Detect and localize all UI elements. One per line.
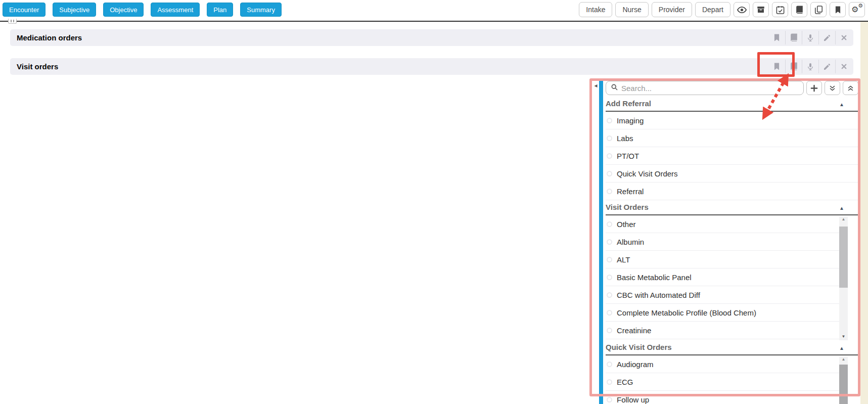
order-item-pt-ot[interactable]: PT/OT bbox=[606, 147, 858, 165]
right-edge-strip bbox=[860, 22, 868, 404]
scroll-down-arrow-icon[interactable]: ▼ bbox=[839, 335, 848, 339]
medication-orders-book-button[interactable] bbox=[785, 31, 802, 44]
medication-orders-bookmark-button[interactable] bbox=[768, 31, 785, 44]
scroll-up-arrow-icon[interactable]: ▲ bbox=[839, 217, 848, 221]
scrollbar-thumb[interactable] bbox=[839, 227, 848, 288]
bookmark-button[interactable] bbox=[830, 2, 846, 17]
chart-tabs: EncounterSubjectiveObjectiveAssessmentPl… bbox=[3, 3, 282, 17]
bookmark-icon bbox=[834, 6, 842, 14]
radio-circle-icon bbox=[607, 328, 612, 333]
medication-orders-pencil-button[interactable] bbox=[818, 31, 835, 44]
chevrons-down-icon bbox=[829, 84, 836, 92]
group-header-add-referral[interactable]: Add Referral▲ bbox=[606, 99, 858, 112]
order-item-albumin[interactable]: Albumin bbox=[606, 233, 848, 251]
top-toolbar: EncounterSubjectiveObjectiveAssessmentPl… bbox=[0, 0, 868, 22]
scrollbar-thumb[interactable] bbox=[839, 365, 848, 404]
radio-circle-icon bbox=[607, 118, 612, 123]
copy-icon bbox=[814, 5, 824, 15]
toolbar-grip bbox=[8, 19, 17, 24]
eye-button[interactable] bbox=[734, 2, 750, 17]
depart-button[interactable]: Depart bbox=[695, 2, 730, 17]
order-item-alt[interactable]: ALT bbox=[606, 251, 848, 268]
order-item-complete-metabolic-profile-blood-chem[interactable]: Complete Metabolic Profile (Blood Chem) bbox=[606, 304, 848, 322]
close-icon bbox=[840, 63, 848, 70]
visit-orders-bookmark-button[interactable] bbox=[768, 60, 785, 73]
order-item-ecg[interactable]: ECG bbox=[606, 373, 848, 391]
panel-action-buttons bbox=[806, 81, 858, 95]
order-item-label: Quick Visit Orders bbox=[617, 169, 678, 178]
pencil-icon bbox=[823, 34, 831, 42]
order-item-creatinine[interactable]: Creatinine bbox=[606, 322, 848, 339]
collapse-caret-icon[interactable]: ▲ bbox=[839, 345, 844, 351]
order-item-label: Complete Metabolic Profile (Blood Chem) bbox=[617, 308, 756, 317]
radio-circle-icon bbox=[607, 257, 612, 262]
radio-circle-icon bbox=[607, 379, 612, 385]
group-title: Quick Visit Orders bbox=[606, 343, 672, 351]
group-title: Add Referral bbox=[606, 99, 651, 108]
collapse-caret-icon[interactable]: ▲ bbox=[839, 205, 844, 211]
book-button[interactable] bbox=[791, 2, 807, 17]
visit-orders-close-button[interactable] bbox=[835, 60, 852, 73]
medication-orders-microphone-button[interactable] bbox=[802, 31, 818, 44]
tab-objective[interactable]: Objective bbox=[103, 3, 144, 17]
medication-orders-close-button[interactable] bbox=[835, 31, 852, 44]
panel-toolbar bbox=[606, 81, 858, 95]
order-item-label: PT/OT bbox=[617, 152, 639, 160]
chevrons-up-button[interactable] bbox=[843, 81, 858, 95]
chevrons-down-button[interactable] bbox=[825, 81, 840, 95]
group-list-quick-visit-orders: AudiogramECGFollow up▲ bbox=[606, 355, 858, 404]
visit-orders-pencil-button[interactable] bbox=[818, 60, 835, 73]
visit-orders-book-button[interactable] bbox=[785, 60, 802, 73]
order-item-follow-up[interactable]: Follow up bbox=[606, 391, 848, 404]
order-item-audiogram[interactable]: Audiogram bbox=[606, 355, 848, 373]
radio-circle-icon bbox=[607, 189, 612, 194]
microphone-icon bbox=[806, 34, 814, 42]
tab-summary[interactable]: Summary bbox=[240, 3, 282, 17]
group-title: Visit Orders bbox=[606, 203, 649, 211]
panel-collapse-handle[interactable]: ◂ bbox=[592, 79, 599, 404]
order-item-basic-metabolic-panel[interactable]: Basic Metabolic Panel bbox=[606, 268, 848, 286]
tab-encounter[interactable]: Encounter bbox=[3, 3, 45, 17]
radio-circle-icon bbox=[607, 275, 612, 280]
search-input[interactable] bbox=[621, 84, 799, 93]
copy-button[interactable] bbox=[810, 2, 827, 17]
calendar-check-button[interactable] bbox=[772, 2, 788, 17]
scroll-up-arrow-icon[interactable]: ▲ bbox=[839, 357, 848, 362]
tab-subjective[interactable]: Subjective bbox=[53, 3, 96, 17]
archive-button[interactable] bbox=[753, 2, 769, 17]
nurse-button[interactable]: Nurse bbox=[615, 2, 648, 17]
order-item-imaging[interactable]: Imaging bbox=[606, 112, 858, 129]
visit-orders-microphone-button[interactable] bbox=[802, 60, 818, 73]
orders-dropdown-panel: ◂ Add Referral▲ImagingLabsPT/OTQuick Vis… bbox=[592, 79, 859, 404]
bookmark-icon bbox=[772, 62, 781, 71]
intake-button[interactable]: Intake bbox=[579, 2, 612, 17]
order-item-labs[interactable]: Labs bbox=[606, 129, 858, 147]
order-item-label: Follow up bbox=[617, 395, 649, 404]
add-order-button[interactable] bbox=[806, 81, 822, 95]
order-item-other[interactable]: Other bbox=[606, 215, 848, 233]
tab-plan[interactable]: Plan bbox=[207, 3, 233, 17]
order-item-label: Imaging bbox=[617, 116, 644, 125]
order-item-quick-visit-orders[interactable]: Quick Visit Orders bbox=[606, 165, 858, 183]
book-icon bbox=[789, 62, 799, 71]
close-icon bbox=[840, 34, 848, 41]
tab-assessment[interactable]: Assessment bbox=[151, 3, 200, 17]
order-item-cbc-with-automated-diff[interactable]: CBC with Automated Diff bbox=[606, 286, 848, 304]
radio-circle-icon bbox=[607, 292, 612, 298]
panel-accent-bar bbox=[599, 79, 603, 404]
gears-button[interactable]: ⚙⚙ bbox=[849, 2, 865, 17]
section-bar-medication-orders: Medication orders bbox=[10, 29, 853, 46]
collapse-caret-icon[interactable]: ▲ bbox=[839, 102, 844, 107]
group-header-quick-visit-orders[interactable]: Quick Visit Orders▲ bbox=[606, 343, 858, 355]
order-item-label: ECG bbox=[617, 378, 633, 386]
scrollbar[interactable]: ▲▼ bbox=[839, 216, 848, 340]
group-header-visit-orders[interactable]: Visit Orders▲ bbox=[606, 203, 858, 215]
order-item-label: Labs bbox=[617, 134, 633, 143]
book-icon bbox=[789, 33, 799, 42]
radio-circle-icon bbox=[607, 153, 612, 159]
scrollbar[interactable]: ▲ bbox=[839, 356, 848, 404]
order-item-referral[interactable]: Referral bbox=[606, 183, 858, 200]
pencil-icon bbox=[823, 63, 831, 71]
provider-button[interactable]: Provider bbox=[652, 2, 692, 17]
search-icon bbox=[611, 83, 618, 93]
